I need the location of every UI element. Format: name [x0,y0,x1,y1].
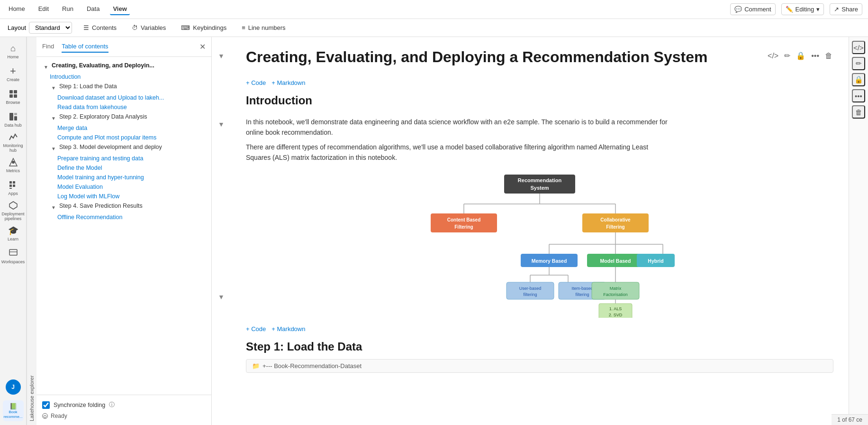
svg-rect-5 [14,116,17,120]
layout-label: Layout [8,24,26,31]
right-toolbar: </> ✏ 🔒 ••• 🗑 [849,37,868,425]
more-options-icon[interactable]: ••• [810,51,820,61]
layout-select[interactable]: Layout Standard [8,22,72,34]
sidebar-item-monitoring[interactable]: Monitoring hub [3,132,24,153]
toc-item-training[interactable]: Model training and hyper-tunning [36,173,211,182]
sidebar-item-home[interactable]: ⌂ Home [3,41,24,62]
svg-rect-10 [13,181,15,184]
add-row-after-intro: + Code + Markdown [246,325,833,333]
toc-item-step2[interactable]: ▼ Step 2. Exploratory Data Analysis [36,112,211,123]
toc-item-merge[interactable]: Merge data [36,123,211,133]
right-edit-icon[interactable]: ✏ [852,57,865,70]
nav-view[interactable]: View [110,3,129,15]
top-bar: Home Edit Run Data View 💬 Comment ✏️ Edi… [0,0,868,19]
toc-tabs: Find Table of contents [42,41,108,53]
toc-item-evaluation[interactable]: Model Evaluation [36,182,211,192]
contents-button[interactable]: ☰ Contents [80,22,120,33]
right-delete-icon[interactable]: 🗑 [852,105,865,119]
add-markdown-button[interactable]: + Markdown [271,79,305,86]
toc-item-step4[interactable]: ▼ Step 4. Save Prediction Results [36,201,211,212]
svg-text:Factorisation: Factorisation [603,292,628,297]
edit-pencil-icon[interactable]: ✏ [783,50,791,61]
sync-checkbox[interactable] [42,401,50,409]
diagram-svg: Recommendation System Content Based Filt… [402,171,677,318]
sidebar-item-create[interactable]: + Create [3,64,24,84]
contents-icon: ☰ [83,24,89,31]
lock-icon[interactable]: 🔒 [795,50,806,61]
sidebar-item-learn[interactable]: 🎓 Learn [3,223,24,244]
svg-rect-3 [14,94,17,98]
icon-sidebar: ⌂ Home + Create Browse Data hub Monitori… [0,37,27,425]
variables-icon: ⏱ [132,24,138,31]
toc-close-button[interactable]: ✕ [199,42,206,51]
share-button[interactable]: ↗ Share [830,3,862,15]
toc-item-intro[interactable]: Introduction [36,72,211,82]
user-avatar[interactable]: J [6,379,21,395]
svg-text:1. ALS: 1. ALS [609,306,622,311]
step1-collapse-chevron[interactable]: ▼ [218,293,225,301]
dataset-bar[interactable]: 📁 +--- Book-Recommendation-Dataset [246,359,833,373]
nav-home[interactable]: Home [6,3,28,15]
toc-item-download[interactable]: Download dataset and Upload to lakeh... [36,93,211,102]
toc-item-log-model[interactable]: Log Model with MLFlow [36,192,211,201]
toc-item-step3[interactable]: ▼ Step 3. Model development and deploy [36,142,211,154]
add-row-title: + Code + Markdown [246,79,833,86]
toolbar: Layout Standard ☰ Contents ⏱ Variables ⌨… [0,19,868,37]
sidebar-item-metrics[interactable]: Metrics [3,155,24,176]
sidebar-item-datahub[interactable]: Data hub [3,109,24,130]
variables-button[interactable]: ⏱ Variables [128,22,170,33]
sidebar-item-workspaces[interactable]: Workspaces [3,246,24,267]
right-lock-icon[interactable]: 🔒 [852,73,865,86]
metrics-icon [8,157,18,167]
lakehouse-explorer-label[interactable]: Lakehouse explorer [27,37,36,425]
toc-item-compute[interactable]: Compute and Plot most popular items [36,133,211,142]
svg-text:Filtering: Filtering [606,224,624,230]
chevron-down-icon: ▼ [50,203,57,211]
toc-item-define-model[interactable]: Define the Model [36,163,211,173]
create-icon: + [8,66,18,76]
svg-text:Hybrid: Hybrid [648,258,663,264]
dataset-icon: 📁 [252,362,260,370]
sidebar-item-deployment[interactable]: Deployment pipelines [3,200,24,221]
toc-root-item[interactable]: ▼ Creating, Evaluating, and Deployin... [36,61,211,72]
keybindings-button[interactable]: ⌨ Keybindings [177,22,230,33]
line-numbers-button[interactable]: ≡ Line numbers [238,22,289,33]
editing-button[interactable]: ✏️ Editing ▾ [781,3,824,15]
sidebar-item-book[interactable]: 📗 Bookrecomme... [3,400,24,421]
title-collapse-chevron[interactable]: ▼ [218,52,225,60]
sidebar-bottom: J 📗 Bookrecomme... [3,379,24,425]
keybindings-icon: ⌨ [181,24,190,31]
top-bar-actions: 💬 Comment ✏️ Editing ▾ ↗ Share [730,3,862,15]
chevron-down-icon: ▼ [50,84,57,92]
add-code-button-2[interactable]: + Code [246,325,266,333]
delete-icon[interactable]: 🗑 [824,51,833,61]
edit-icon: ✏️ [786,6,793,13]
sidebar-item-browse[interactable]: Browse [3,86,24,107]
svg-text:Item-based: Item-based [571,286,593,291]
datahub-icon [8,111,18,122]
add-code-button[interactable]: + Code [246,79,266,86]
cell-toolbar-title: </> ✏ 🔒 ••• 🗑 [767,50,833,61]
sidebar-item-apps[interactable]: Apps [3,177,24,198]
nav-edit[interactable]: Edit [36,3,52,15]
right-code-icon[interactable]: </> [852,41,865,54]
tab-find[interactable]: Find [42,41,54,53]
toc-item-offline[interactable]: Offline Recommendation [36,212,211,222]
svg-rect-1 [14,90,17,93]
comment-icon: 💬 [734,6,742,13]
toc-item-read-data[interactable]: Read data from lakehouse [36,102,211,112]
code-view-icon[interactable]: </> [767,51,779,61]
nav-data[interactable]: Data [84,3,102,15]
toc-item-prepare[interactable]: Prepare training and testing data [36,154,211,163]
intro-collapse-chevron[interactable]: ▼ [218,120,225,128]
recommendation-diagram: Recommendation System Content Based Filt… [246,171,833,318]
toc-item-step1[interactable]: ▼ Step 1: Load the Data [36,82,211,93]
layout-dropdown[interactable]: Standard [29,22,72,34]
comment-button[interactable]: 💬 Comment [730,3,775,15]
nav-run[interactable]: Run [59,3,76,15]
add-markdown-button-2[interactable]: + Markdown [271,325,305,333]
svg-text:Collaborative: Collaborative [600,217,631,222]
tab-table-of-contents[interactable]: Table of contents [62,41,108,53]
right-more-icon[interactable]: ••• [852,89,865,102]
sync-info-icon[interactable]: ⓘ [109,401,115,409]
